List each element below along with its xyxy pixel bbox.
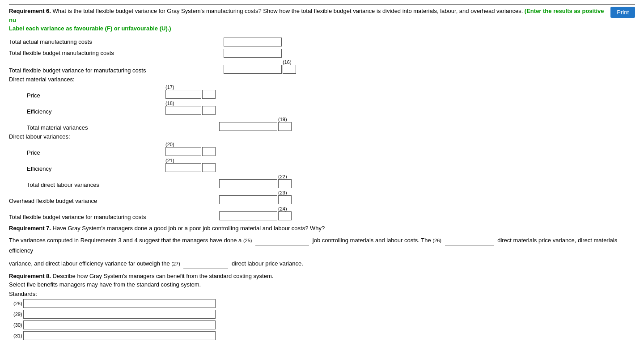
standards-inputs: (28) (29) (30) (31): [9, 299, 635, 340]
badge-29: (29): [13, 312, 22, 317]
req8-header: Requirement 8. Describe how Gray System'…: [9, 273, 635, 279]
label-dm-total: Total material variances: [9, 124, 165, 131]
input-overhead[interactable]: [219, 195, 277, 204]
badge-23: (23): [278, 190, 287, 195]
badge-23-col: (23): [278, 190, 292, 204]
row-dm-price: Price (17): [9, 85, 635, 99]
input-17[interactable]: [165, 90, 201, 99]
req7-section: Requirement 7. Have Gray System's manage…: [9, 225, 635, 269]
req8-bold: Requirement 8.: [9, 273, 51, 279]
input-22[interactable]: [278, 179, 292, 188]
label-total-flexible-variance2: Total flexible budget variance for manuf…: [9, 214, 165, 220]
badge-20-col: (20): [165, 142, 201, 156]
input-28[interactable]: [23, 299, 216, 308]
req8-sub: Select five benefits managers may have f…: [9, 281, 635, 288]
input-23[interactable]: [278, 195, 292, 204]
row-dl-price: Price (20): [9, 142, 635, 156]
fields-dl-total: (22): [219, 174, 292, 188]
req7-text: Have Gray System's managers done a good …: [51, 225, 325, 232]
req7-text4: variance, and direct labour efficiency v…: [9, 260, 170, 267]
req6-label-note: Label each variance as favourable (F) or…: [9, 25, 171, 32]
req7-badge25: (25): [243, 238, 252, 243]
req7-text5: direct labour price variance.: [232, 260, 303, 267]
page-container: Requirement 6. What is the total flexibl…: [9, 4, 635, 340]
req6-header-text: Requirement 6. What is the total flexibl…: [9, 7, 606, 33]
fill-line-27: [183, 269, 228, 269]
req7-text2: job controlling materials and labour cos…: [313, 237, 431, 244]
input-dm-eff-2[interactable]: [202, 106, 216, 115]
label-dl-header: Direct labour variances:: [9, 133, 70, 140]
badge-28: (28): [13, 301, 22, 306]
fill-line-25: [255, 245, 309, 245]
req7-badge27: (27): [171, 261, 180, 266]
input-total-flexible-variance2[interactable]: [219, 211, 277, 220]
req8-section: Requirement 8. Describe how Gray System'…: [9, 273, 635, 340]
input-total-flexible-variance[interactable]: [224, 65, 282, 74]
row-dl-efficiency: Efficiency (21): [9, 158, 635, 172]
badge-21: (21): [165, 158, 174, 163]
input-31[interactable]: [23, 331, 216, 340]
fields-dm-price: (17): [165, 85, 216, 99]
req7-body: The variances computed in Requirements 3…: [9, 235, 635, 256]
label-dl-efficiency: Efficiency: [9, 165, 165, 172]
fields-dm-efficiency: (18): [165, 101, 216, 115]
fill-line-26: [445, 245, 494, 245]
input-dl-eff-2[interactable]: [202, 163, 216, 172]
input-dm-price-2[interactable]: [202, 90, 216, 99]
row-dm-efficiency: Efficiency (18): [9, 101, 635, 115]
input-30[interactable]: [23, 320, 216, 329]
badge-17-col: (17): [165, 85, 201, 99]
badge-22-col: (22): [278, 174, 292, 188]
label-total-flexible-budget: Total flexible budget manufacturing cost…: [9, 50, 165, 56]
input-dm-total[interactable]: [219, 122, 277, 131]
fields-overhead: (23): [219, 190, 292, 204]
row-dm-header: Direct material variances:: [9, 76, 635, 83]
req7-badge26: (26): [432, 238, 441, 243]
fields-total-flexible-budget: [224, 49, 282, 58]
label-dl-price: Price: [9, 149, 165, 156]
row-total-flexible-budget: Total flexible budget manufacturing cost…: [9, 49, 635, 58]
row-total-flexible-variance2: Total flexible budget variance for manuf…: [9, 206, 635, 220]
badge-18: (18): [165, 101, 174, 106]
badge-31: (31): [13, 333, 22, 338]
label-dl-total: Total direct labour variances: [9, 181, 165, 188]
input-total-flexible-budget[interactable]: [224, 49, 282, 58]
fields-total-flexible-variance: (16): [224, 60, 296, 74]
badge-24-col: (24): [278, 206, 292, 220]
row-dl-total: Total direct labour variances (22): [9, 174, 635, 188]
badge-24: (24): [278, 206, 287, 211]
badge-22: (22): [278, 174, 287, 179]
input-dl-price-2[interactable]: [202, 147, 216, 156]
label-dm-efficiency: Efficiency: [9, 108, 165, 115]
input-18[interactable]: [165, 106, 201, 115]
fields-total-flexible-variance2: (24): [219, 206, 292, 220]
badge-21-col: (21): [165, 158, 201, 172]
fields-dm-total: (19): [219, 117, 292, 131]
badge-20: (20): [165, 142, 174, 147]
standards-row-30: (30): [13, 320, 635, 329]
input-total-actual[interactable]: [224, 38, 282, 46]
label-total-actual: Total actual manufacturing costs: [9, 38, 165, 45]
row-total-actual: Total actual manufacturing costs: [9, 38, 635, 46]
standards-row-29: (29): [13, 310, 635, 319]
row-dl-header: Direct labour variances:: [9, 133, 635, 140]
badge-16-col: (16): [283, 60, 296, 74]
input-24[interactable]: [278, 211, 292, 220]
input-20[interactable]: [165, 147, 201, 156]
label-dm-price: Price: [9, 92, 165, 99]
badge-19: (19): [278, 117, 287, 122]
row-total-flexible-variance: Total flexible budget variance for manuf…: [9, 60, 635, 74]
input-19[interactable]: [278, 122, 292, 131]
badge-19-col: (19): [278, 117, 292, 131]
print-button[interactable]: Print: [610, 7, 635, 18]
fields-dl-price: (20): [165, 142, 216, 156]
req6-header: Requirement 6. What is the total flexibl…: [9, 4, 635, 33]
input-16[interactable]: [283, 65, 296, 74]
input-29[interactable]: [23, 310, 216, 319]
input-dl-total[interactable]: [219, 179, 277, 188]
input-21[interactable]: [165, 163, 201, 172]
label-overhead: Overhead flexible budget variance: [9, 198, 165, 204]
standards-row-28: (28): [13, 299, 635, 308]
badge-18-col: (18): [165, 101, 201, 115]
standards-row-31: (31): [13, 331, 635, 340]
